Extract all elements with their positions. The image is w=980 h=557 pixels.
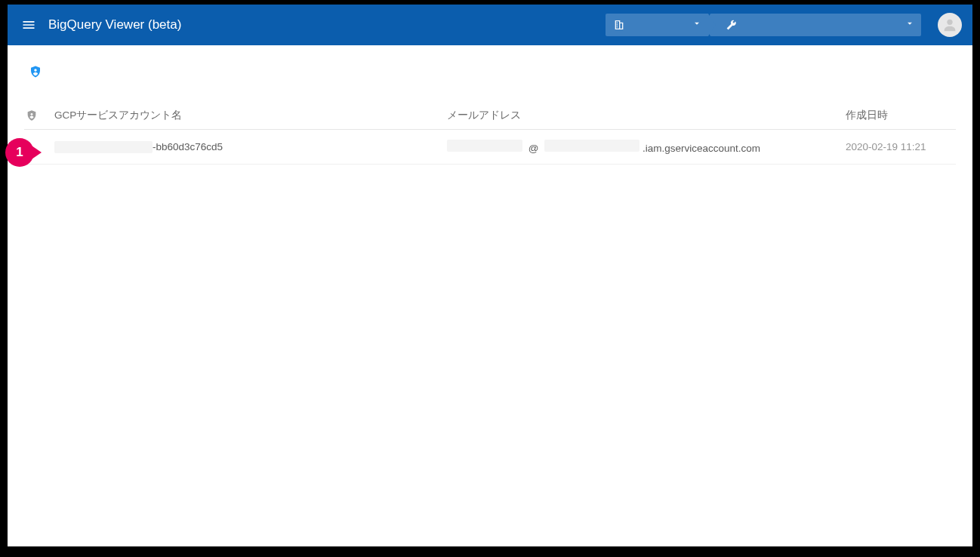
- table-header: GCPサービスアカウント名 メールアドレス 作成日時: [24, 109, 956, 130]
- org-select[interactable]: [606, 14, 708, 36]
- row-email-cell: @ .iam.gserviceaccount.com: [447, 140, 846, 154]
- app-title: BigQuery Viewer (beta): [48, 17, 181, 32]
- email-domain-suffix: .iam.gserviceaccount.com: [643, 143, 760, 154]
- step-number: 1: [5, 138, 34, 167]
- shield-account-icon: [29, 65, 42, 78]
- shield-icon: [26, 109, 38, 122]
- caret-down-icon: [904, 18, 915, 32]
- breadcrumb-separator: [708, 14, 716, 36]
- svg-point-2: [31, 112, 33, 115]
- header-icon-cell: [24, 109, 54, 122]
- building-icon: [613, 19, 625, 31]
- app-header: BigQuery Viewer (beta): [8, 5, 972, 45]
- table-row[interactable]: -bb60d3c76cd5 @ .iam.gserviceaccount.com…: [24, 130, 956, 165]
- redacted-text: [54, 141, 153, 153]
- email-at: @: [529, 143, 539, 154]
- redacted-text: [544, 140, 639, 152]
- header-name: GCPサービスアカウント名: [54, 109, 447, 122]
- person-icon: [941, 17, 958, 33]
- step-callout: 1: [5, 138, 45, 167]
- project-select[interactable]: [710, 14, 921, 36]
- svg-point-0: [947, 20, 952, 25]
- service-account-table: GCPサービスアカウント名 メールアドレス 作成日時 -bb60d3c76cd5…: [24, 109, 956, 165]
- caret-down-icon: [692, 18, 702, 32]
- user-avatar[interactable]: [938, 13, 962, 37]
- name-suffix: -bb60d3c76cd5: [153, 141, 223, 152]
- header-created: 作成日時: [846, 109, 956, 122]
- content-area: 1 GCPサービスアカウント名 メールアドレス 作成日時: [8, 45, 972, 546]
- row-created-cell: 2020-02-19 11:21: [846, 141, 956, 152]
- hamburger-icon: [21, 17, 36, 32]
- redacted-text: [447, 140, 522, 152]
- wrench-icon: [725, 19, 737, 31]
- row-name-cell: -bb60d3c76cd5: [54, 141, 447, 153]
- app-frame: BigQuery Viewer (beta): [8, 5, 972, 546]
- header-email: メールアドレス: [447, 109, 846, 122]
- svg-point-1: [34, 69, 36, 71]
- header-selects: [606, 14, 921, 36]
- menu-button[interactable]: [18, 14, 39, 35]
